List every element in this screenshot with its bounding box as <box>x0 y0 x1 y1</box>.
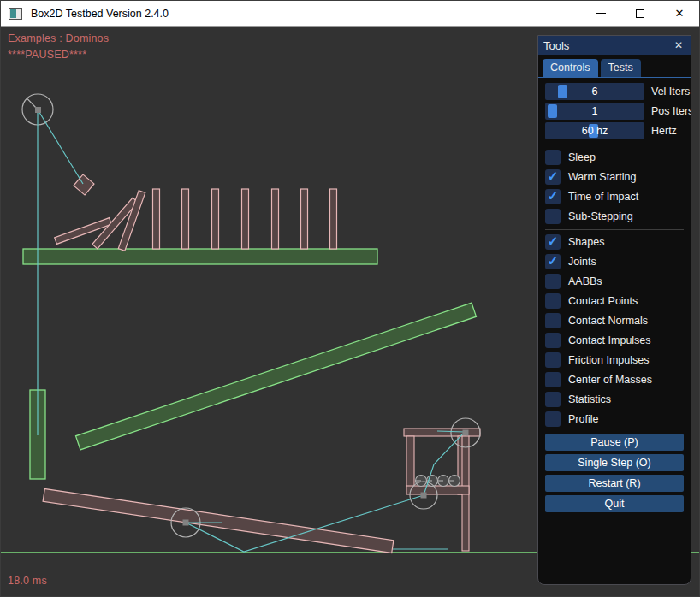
checkbox-box[interactable]: ✓ <box>545 234 561 250</box>
tools-panel: Tools ✕ Controls Tests 6 Vel Iters 1 P <box>537 35 691 585</box>
tilted-plank <box>76 303 477 450</box>
checkbox-box[interactable] <box>545 313 561 328</box>
pos-iters-slider[interactable]: 1 <box>545 103 644 120</box>
check-icon: ✓ <box>548 169 559 182</box>
close-icon: ✕ <box>675 7 685 20</box>
checkbox-box[interactable] <box>545 392 561 407</box>
action-buttons: Pause (P) Single Step (O) Restart (R) Qu… <box>545 434 684 512</box>
example-label: Examples : Dominos <box>8 33 109 44</box>
tools-panel-titlebar[interactable]: Tools ✕ <box>538 36 691 55</box>
checkbox-box[interactable] <box>545 150 561 165</box>
quit-button[interactable]: Quit <box>545 495 684 512</box>
tab-tests[interactable]: Tests <box>601 59 641 77</box>
restart-button[interactable]: Restart (R) <box>545 475 684 492</box>
checkbox-box[interactable] <box>545 352 561 368</box>
checkbox-center-of-masses[interactable]: Center of Masses <box>545 371 684 387</box>
separator <box>545 145 684 145</box>
checkbox-box[interactable]: ✓ <box>545 169 561 185</box>
frame-balls[interactable] <box>416 476 460 487</box>
tools-close-button[interactable]: ✕ <box>672 39 685 51</box>
title-bar: Box2D Testbed Version 2.4.0 ✕ <box>1 1 699 27</box>
checkbox-box[interactable] <box>545 274 561 289</box>
checkbox-warm-starting[interactable]: ✓ Warm Starting <box>545 168 684 185</box>
checkbox-contact-points[interactable]: Contact Points <box>545 293 684 309</box>
vel-iters-label: Vel Iters <box>651 86 690 98</box>
window-title: Box2D Testbed Version 2.4.0 <box>31 8 581 20</box>
hertz-value: 60 hz <box>545 122 644 139</box>
checkbox-box[interactable] <box>545 293 561 309</box>
checkbox-shapes[interactable]: ✓ Shapes <box>545 233 684 250</box>
minimize-button[interactable] <box>581 1 620 26</box>
hertz-label: Hertz <box>651 125 677 137</box>
dominos-upright[interactable] <box>153 189 337 249</box>
checkbox-sub-stepping[interactable]: Sub-Stepping <box>545 208 684 224</box>
tab-controls[interactable]: Controls <box>543 59 598 77</box>
close-button[interactable]: ✕ <box>660 1 699 26</box>
checkbox-time-of-impact[interactable]: ✓ Time of Impact <box>545 188 684 204</box>
pendulum-box[interactable] <box>74 174 94 195</box>
tools-tabbar: Controls Tests <box>538 55 691 78</box>
separator <box>545 229 684 230</box>
pos-iters-value: 1 <box>545 103 644 120</box>
checkbox-contact-impulses[interactable]: Contact Impulses <box>545 332 684 348</box>
vel-iters-value: 6 <box>545 83 644 100</box>
maximize-icon <box>636 9 644 18</box>
checkbox-aabbs[interactable]: AABBs <box>545 273 684 289</box>
pause-button[interactable]: Pause (P) <box>545 434 684 451</box>
vel-iters-row: 6 Vel Iters <box>545 83 684 100</box>
pos-iters-label: Pos Iters <box>651 105 691 117</box>
joint-anchors <box>35 107 469 526</box>
checkbox-box[interactable] <box>545 209 561 224</box>
domino-platform <box>23 249 377 264</box>
checkbox-contact-normals[interactable]: Contact Normals <box>545 312 684 328</box>
checkbox-joints[interactable]: ✓ Joints <box>545 253 684 269</box>
check-icon: ✓ <box>548 189 559 202</box>
checkbox-box[interactable] <box>545 411 561 427</box>
checkbox-statistics[interactable]: Statistics <box>545 391 684 407</box>
single-step-button[interactable]: Single Step (O) <box>545 454 684 471</box>
dominos-falling[interactable] <box>55 191 145 251</box>
checkbox-profile[interactable]: Profile <box>545 411 684 427</box>
check-icon: ✓ <box>548 254 559 267</box>
minimize-icon <box>596 13 606 14</box>
checkbox-sleep[interactable]: Sleep <box>545 149 684 165</box>
app-window: Box2D Testbed Version 2.4.0 ✕ <box>0 0 700 597</box>
hertz-slider[interactable]: 60 hz <box>545 122 644 139</box>
paused-label: ****PAUSED**** <box>8 49 86 61</box>
hertz-row: 60 hz Hertz <box>545 122 684 139</box>
app-icon <box>9 8 22 20</box>
vel-iters-slider[interactable]: 6 <box>545 83 644 100</box>
frame-time-label: 18.0 ms <box>8 575 47 587</box>
checkbox-friction-impulses[interactable]: Friction Impulses <box>545 352 684 368</box>
checkbox-box[interactable] <box>545 372 561 387</box>
checkbox-box[interactable] <box>545 333 561 348</box>
checkbox-box[interactable]: ✓ <box>545 189 561 204</box>
pos-iters-row: 1 Pos Iters <box>545 103 684 120</box>
checkbox-box[interactable]: ✓ <box>545 254 561 269</box>
maximize-button[interactable] <box>620 1 660 26</box>
tools-panel-title: Tools <box>543 39 672 52</box>
check-icon: ✓ <box>548 234 559 247</box>
